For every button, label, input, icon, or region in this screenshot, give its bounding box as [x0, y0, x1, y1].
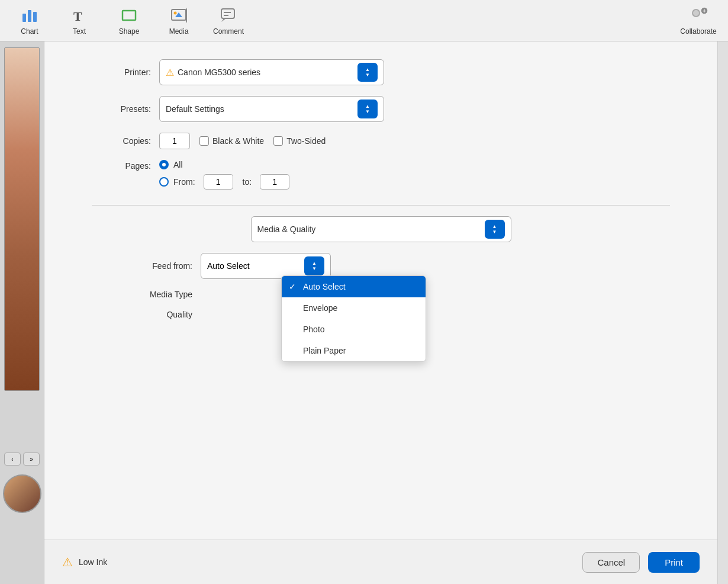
- toolbar-media[interactable]: Media: [155, 3, 202, 38]
- quality-label: Quality: [115, 310, 192, 319]
- printer-value: Canon MG5300 series: [178, 68, 356, 77]
- section-up-arrow: ▲: [492, 224, 497, 229]
- feed-from-label: Feed from:: [115, 261, 192, 271]
- copies-input[interactable]: [159, 133, 190, 149]
- comment-label: Comment: [213, 27, 244, 36]
- dropdown-item-label-1: Envelope: [303, 303, 337, 313]
- pages-from-input[interactable]: [204, 174, 233, 190]
- media-type-label: Media Type: [115, 290, 192, 299]
- pages-to-input[interactable]: [260, 174, 289, 190]
- media-icon: [169, 6, 188, 25]
- presets-value: Default Settings: [166, 104, 356, 114]
- svg-marker-11: [221, 18, 226, 22]
- chart-label: Chart: [21, 27, 38, 36]
- text-label: Text: [73, 27, 86, 36]
- presets-stepper[interactable]: ▲ ▼: [357, 100, 378, 118]
- toolbar-chart[interactable]: Chart: [6, 3, 53, 38]
- text-icon: T: [70, 6, 89, 25]
- pages-options: All From: to:: [159, 160, 289, 190]
- printer-label: Printer:: [92, 68, 151, 77]
- section-select[interactable]: Media & Quality ▲ ▼: [251, 216, 511, 242]
- copies-label: Copies:: [92, 136, 151, 146]
- dropdown-item-label-0: Auto Select: [303, 282, 346, 291]
- right-panel: [717, 41, 728, 584]
- pages-from-radio[interactable]: [159, 177, 169, 187]
- pages-all-row: All: [159, 160, 289, 169]
- comment-icon: [219, 6, 238, 25]
- dropdown-item-auto-select[interactable]: ✓ Auto Select: [282, 276, 426, 297]
- chart-icon: [20, 6, 39, 25]
- pages-all-radio[interactable]: [159, 160, 169, 169]
- printer-up-arrow: ▲: [365, 68, 370, 72]
- copies-row: Copies: Black & White Two-Sided: [92, 133, 670, 149]
- presets-down-arrow: ▼: [365, 110, 370, 114]
- dropdown-item-plain-paper[interactable]: Plain Paper: [282, 340, 426, 361]
- preview-thumbnail: [4, 47, 40, 391]
- feed-from-value: Auto Select: [207, 261, 250, 271]
- two-sided-item: Two-Sided: [273, 136, 326, 146]
- media-type-dropdown: ✓ Auto Select Envelope Photo Plain Paper: [281, 275, 426, 362]
- svg-rect-4: [123, 11, 136, 20]
- shape-label: Shape: [119, 27, 140, 36]
- toolbar: Chart T Text Shape Media: [0, 0, 728, 41]
- print-dialog: Printer: ⚠ Canon MG5300 series ▲ ▼ Prese…: [44, 41, 717, 584]
- collaborate-icon: +: [689, 6, 708, 25]
- bottom-bar: ⚠ Low Ink Cancel Print: [44, 540, 717, 584]
- feed-from-stepper[interactable]: ▲ ▼: [304, 256, 324, 275]
- two-sided-label: Two-Sided: [286, 136, 326, 146]
- low-ink-warning-icon: ⚠: [62, 555, 73, 569]
- dropdown-item-envelope[interactable]: Envelope: [282, 297, 426, 319]
- dropdown-item-label-3: Plain Paper: [303, 346, 346, 355]
- black-white-item: Black & White: [199, 136, 264, 146]
- black-white-checkbox[interactable]: [199, 136, 209, 146]
- collaborate-label: Collaborate: [680, 27, 716, 36]
- pages-from-row: From: to:: [159, 174, 289, 190]
- printer-select-wrapper: ⚠ Canon MG5300 series ▲ ▼: [159, 59, 384, 85]
- low-ink-label: Low Ink: [79, 557, 107, 567]
- checkbox-group: Black & White Two-Sided: [199, 136, 326, 146]
- svg-rect-0: [22, 14, 26, 22]
- section-wrapper: Media & Quality ▲ ▼: [92, 216, 670, 242]
- pages-to-label: to:: [243, 177, 252, 187]
- presets-select[interactable]: Default Settings ▲ ▼: [159, 96, 384, 122]
- toolbar-shape[interactable]: Shape: [105, 3, 153, 38]
- bottom-actions: Cancel Print: [582, 552, 700, 573]
- presets-row: Presets: Default Settings ▲ ▼: [92, 96, 670, 122]
- toolbar-collaborate[interactable]: + Collaborate: [675, 3, 722, 38]
- pages-from-label: From:: [173, 177, 195, 187]
- printer-row: Printer: ⚠ Canon MG5300 series ▲ ▼: [92, 59, 670, 85]
- svg-text:T: T: [73, 9, 82, 23]
- pages-row: Pages: All From: to:: [92, 160, 670, 190]
- section-stepper[interactable]: ▲ ▼: [485, 220, 505, 239]
- dropdown-item-photo[interactable]: Photo: [282, 319, 426, 340]
- printer-stepper[interactable]: ▲ ▼: [357, 63, 378, 82]
- dropdown-item-label-2: Photo: [303, 325, 325, 334]
- presets-label: Presets:: [92, 104, 151, 114]
- section-down-arrow: ▼: [492, 230, 497, 235]
- cancel-button[interactable]: Cancel: [582, 552, 640, 573]
- feed-down-arrow: ▼: [312, 267, 317, 271]
- pages-all-label: All: [173, 160, 183, 169]
- print-button[interactable]: Print: [648, 552, 700, 573]
- divider: [92, 205, 670, 206]
- shape-icon: [120, 6, 138, 25]
- preview-nav: ‹ »: [4, 453, 40, 466]
- svg-rect-8: [221, 9, 234, 18]
- black-white-label: Black & White: [212, 136, 264, 146]
- media-label: Media: [169, 27, 189, 36]
- section-value: Media & Quality: [257, 224, 484, 234]
- toolbar-text[interactable]: T Text: [56, 3, 103, 38]
- check-icon: ✓: [289, 282, 296, 291]
- printer-select[interactable]: ⚠ Canon MG5300 series ▲ ▼: [159, 59, 384, 85]
- bottom-thumbnail: [3, 474, 41, 513]
- feed-up-arrow: ▲: [312, 261, 317, 266]
- svg-point-7: [174, 11, 177, 14]
- presets-up-arrow: ▲: [365, 104, 370, 109]
- toolbar-comment[interactable]: Comment: [205, 3, 252, 38]
- printer-down-arrow: ▼: [365, 73, 370, 78]
- prev-page-btn[interactable]: ‹: [4, 453, 21, 466]
- two-sided-checkbox[interactable]: [273, 136, 283, 146]
- next-page-btn[interactable]: »: [23, 453, 40, 466]
- svg-point-13: [693, 10, 699, 16]
- svg-rect-1: [28, 10, 31, 22]
